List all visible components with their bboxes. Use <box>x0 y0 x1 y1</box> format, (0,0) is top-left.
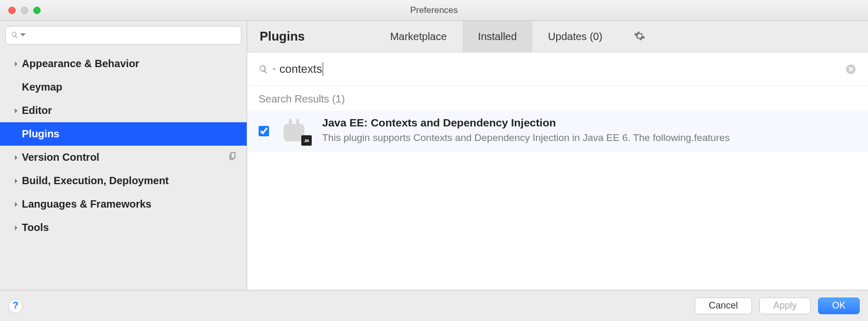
titlebar: Preferences <box>0 0 868 21</box>
sidebar-item-appearance[interactable]: Appearance & Behavior <box>0 52 247 75</box>
sidebar-search-input[interactable] <box>30 31 236 40</box>
plugin-enable-checkbox[interactable] <box>259 126 269 136</box>
sidebar-search[interactable] <box>5 26 241 45</box>
chevron-right-icon <box>10 61 22 67</box>
search-icon <box>11 31 18 40</box>
sidebar: Appearance & Behavior Keymap Editor Plug… <box>0 21 247 290</box>
plugin-search-value: contexts <box>279 62 322 76</box>
svg-rect-3 <box>296 119 299 126</box>
sidebar-item-label: Appearance & Behavior <box>22 58 139 70</box>
chevron-right-icon <box>10 155 22 161</box>
sidebar-item-label: Languages & Frameworks <box>22 198 151 210</box>
search-icon <box>259 65 268 74</box>
sidebar-item-keymap[interactable]: Keymap <box>0 75 247 99</box>
close-icon <box>845 69 857 76</box>
plugin-search[interactable]: contexts <box>247 53 868 86</box>
plugin-icon: JB <box>279 117 312 146</box>
chevron-down-icon <box>272 67 276 71</box>
sidebar-tree: Appearance & Behavior Keymap Editor Plug… <box>0 48 247 290</box>
sidebar-item-languages[interactable]: Languages & Frameworks <box>0 192 247 216</box>
sidebar-item-label: Build, Execution, Deployment <box>22 175 169 187</box>
cancel-button[interactable]: Cancel <box>695 298 752 314</box>
chevron-right-icon <box>10 178 22 184</box>
apply-button[interactable]: Apply <box>759 298 811 314</box>
tab-installed[interactable]: Installed <box>463 21 533 52</box>
plugin-result[interactable]: JB Java EE: Contexts and Dependency Inje… <box>247 110 868 152</box>
chevron-right-icon <box>10 108 22 114</box>
chevron-right-icon <box>10 201 22 208</box>
section-title: Plugins <box>247 21 317 52</box>
gear-icon <box>634 30 645 43</box>
sidebar-item-label: Keymap <box>22 81 62 93</box>
sidebar-item-tools[interactable]: Tools <box>0 216 247 239</box>
chevron-right-icon <box>10 225 22 231</box>
chevron-down-icon <box>19 31 27 40</box>
ok-button[interactable]: OK <box>818 298 860 314</box>
clear-search-button[interactable] <box>845 63 857 75</box>
jb-badge: JB <box>301 135 312 146</box>
main-panel: Plugins Marketplace Installed Updates (0… <box>247 21 868 290</box>
sidebar-item-label: Version Control <box>22 151 99 163</box>
tab-updates[interactable]: Updates (0) <box>532 21 618 52</box>
sidebar-item-label: Editor <box>22 105 52 117</box>
sidebar-item-label: Tools <box>22 222 49 234</box>
copy-profile-icon <box>228 151 237 163</box>
sidebar-item-plugins[interactable]: Plugins <box>0 122 247 146</box>
footer: ? Cancel Apply OK <box>0 290 868 321</box>
sidebar-item-label: Plugins <box>22 128 59 140</box>
svg-rect-2 <box>289 119 292 126</box>
settings-button[interactable] <box>618 21 661 52</box>
sidebar-item-editor[interactable]: Editor <box>0 99 247 122</box>
text-cursor <box>323 62 324 76</box>
sidebar-item-build[interactable]: Build, Execution, Deployment <box>0 169 247 192</box>
tabs-row: Plugins Marketplace Installed Updates (0… <box>247 21 868 53</box>
window-title: Preferences <box>0 5 868 16</box>
tab-marketplace[interactable]: Marketplace <box>375 21 463 52</box>
plugin-title: Java EE: Contexts and Dependency Injecti… <box>322 117 857 129</box>
help-button[interactable]: ? <box>8 299 23 313</box>
results-header: Search Results (1) <box>247 86 868 110</box>
plugin-description: This plugin supports Contexts and Depend… <box>322 132 857 144</box>
sidebar-item-version-control[interactable]: Version Control <box>0 146 247 169</box>
